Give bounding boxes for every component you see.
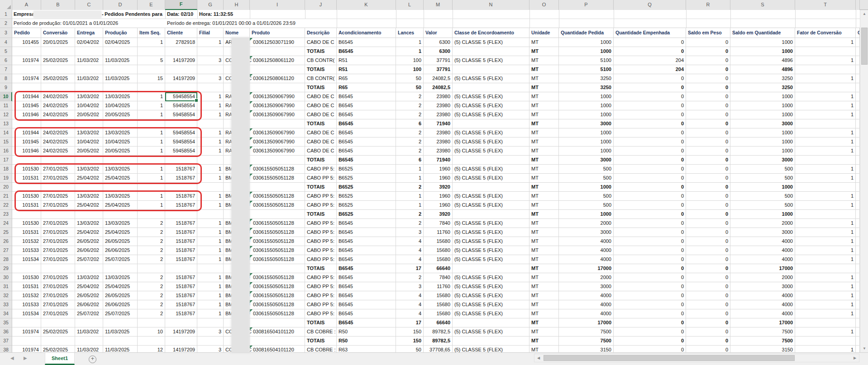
cell-S37[interactable]: 7500 [730,337,795,346]
cell-I19[interactable]: U030615505051128 [250,174,305,183]
cell-A30[interactable]: 101530 [12,273,41,282]
cell-C24[interactable]: 13/03/202 [75,219,103,228]
cell-I32[interactable]: U030615505051128 [250,291,305,300]
cell-M6[interactable]: 37791 [424,56,453,65]
cell-L14[interactable]: 2 [396,128,424,137]
cell-Q28[interactable]: 0 [614,255,686,264]
column-header-G[interactable]: G [197,0,224,10]
cell-J12[interactable]: CABO DE C [305,110,337,119]
cell-K5[interactable]: B6545 [337,47,396,56]
cell-F24[interactable]: 1518767 [165,219,197,228]
cell-C27[interactable]: 26/06/202 [75,246,103,255]
cell-P6[interactable]: 5100 [559,56,614,65]
cell-P24[interactable]: 2000 [559,219,614,228]
cell-G8[interactable]: 3 [197,74,224,83]
cell-E24[interactable]: 2 [138,219,165,228]
cell-M35[interactable]: 66640 [424,318,453,327]
cell-E5[interactable] [138,47,165,56]
cell-U24[interactable] [856,219,860,228]
cell-Q31[interactable]: 0 [614,282,686,291]
cell-I22[interactable]: U030615505051128 [250,201,305,210]
row-header-27[interactable]: 27 [0,246,12,255]
cell-D5[interactable] [103,47,138,56]
cell-T12[interactable]: 1 [795,110,856,119]
cell-M31[interactable]: 11760 [424,282,453,291]
cell-Q27[interactable]: 0 [614,246,686,255]
cell-I28[interactable]: U030615505051128 [250,255,305,264]
cell-T10[interactable]: 1 [795,92,856,101]
cell-U4[interactable] [856,38,860,47]
cell-Q17[interactable]: 0 [614,156,686,165]
cell-T26[interactable]: 1 [795,237,856,246]
cell-R6[interactable]: 0 [686,56,730,65]
cell-A4[interactable]: 101455 [12,38,41,47]
cell-U8[interactable] [856,74,860,83]
cell-O25[interactable]: MT [529,228,559,237]
cell-N38[interactable]: (5) CLASSE 5 (FLEX) [453,346,529,352]
cell-A25[interactable]: 101531 [12,228,41,237]
cell-O14[interactable]: MT [529,128,559,137]
cell-S6[interactable]: 4896 [730,56,795,65]
cell-M16[interactable]: 23980 [424,147,453,156]
cell-P17[interactable]: 3000 [559,156,614,165]
column-header-K[interactable]: K [337,0,396,10]
cell-P33[interactable]: 4000 [559,300,614,309]
cell-R19[interactable]: 0 [686,174,730,183]
cell-R38[interactable]: 0 [686,346,730,352]
cell-J6[interactable]: CB CONTR( [305,56,337,65]
cell-Q22[interactable]: 0 [614,201,686,210]
field-header-descri-o[interactable]: Descrição [305,28,337,38]
cell-S28[interactable]: 4000 [730,255,795,264]
cell-M10[interactable]: 23980 [424,92,453,101]
cell-N8[interactable]: (5) CLASSE 5 (FLEX) [453,74,529,83]
row-header-12[interactable]: 12 [0,110,12,119]
cell-P21[interactable]: 500 [559,192,614,201]
cell-L37[interactable]: 150 [396,337,424,346]
cell-C25[interactable]: 25/04/202 [75,228,103,237]
cell-P26[interactable]: 4000 [559,237,614,246]
row-header-15[interactable]: 15 [0,137,12,147]
cell-I25[interactable]: U030615505051128 [250,228,305,237]
cell-N31[interactable]: (5) CLASSE 5 (FLEX) [453,282,529,291]
cell-I5[interactable] [250,47,305,56]
row-header-35[interactable]: 35 [0,318,12,327]
row-header-3[interactable]: 3 [0,28,12,38]
cell-E23[interactable] [138,210,165,219]
cell-Q23[interactable]: 0 [614,210,686,219]
cell-R21[interactable]: 0 [686,192,730,201]
cell-F8[interactable]: 14197209 [165,74,197,83]
cell-T14[interactable]: 1 [795,128,856,137]
cell-O23[interactable]: MT [529,210,559,219]
cell-J14[interactable]: CABO DE C [305,128,337,137]
cell-I18[interactable]: U030615505051128 [250,165,305,174]
column-header-S[interactable]: S [730,0,795,10]
cell-L5[interactable]: 1 [396,47,424,56]
row-header-29[interactable]: 29 [0,264,12,273]
cell-O20[interactable]: MT [529,183,559,192]
cell-I7[interactable] [250,65,305,74]
cell-N27[interactable]: (5) CLASSE 5 (FLEX) [453,246,529,255]
cell-S25[interactable]: 3000 [730,228,795,237]
cell-I6[interactable]: :C030612508061120 [250,56,305,65]
periodo-producao[interactable]: Período de produção: 01/01/2021 a 01/01/… [14,20,118,26]
cell-B24[interactable]: 27/01/2025 [41,219,75,228]
cell-I20[interactable] [250,183,305,192]
cell-M14[interactable]: 23980 [424,128,453,137]
cell-Q36[interactable]: 0 [614,327,686,337]
cell-R16[interactable]: 0 [686,147,730,156]
cell-T21[interactable]: 1 [795,192,856,201]
cell-T24[interactable]: 1 [795,219,856,228]
cell-E31[interactable]: 2 [138,282,165,291]
row-header-38[interactable]: 38 [0,346,12,352]
row-header-22[interactable]: 22 [0,201,12,210]
cell-R29[interactable]: 0 [686,264,730,273]
cell-A27[interactable]: 101533 [12,246,41,255]
cell-T13[interactable] [795,119,856,128]
cell-R28[interactable]: 0 [686,255,730,264]
cell-T23[interactable] [795,210,856,219]
cell-G37[interactable] [197,337,224,346]
cell-S29[interactable]: 17000 [730,264,795,273]
cell-M9[interactable]: 24082,5 [424,83,453,92]
cell-D4[interactable]: 02/04/2025 [103,38,138,47]
cell-J28[interactable]: CABO PP 5: [305,255,337,264]
